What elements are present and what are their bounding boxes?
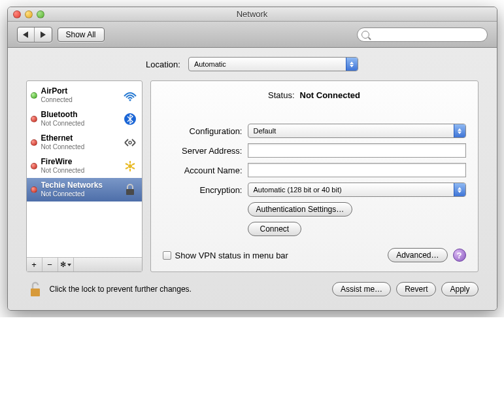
chevron-down-icon [67, 264, 71, 266]
svg-rect-13 [31, 289, 40, 296]
svg-point-4 [129, 141, 131, 144]
window-title: Network [8, 9, 497, 19]
server-address-label: Server Address: [163, 146, 248, 156]
show-all-button[interactable]: Show All [58, 27, 105, 42]
revert-button[interactable]: Revert [396, 282, 436, 296]
content: Location: Automatic AirPortConnected [8, 48, 497, 310]
main-panel: Status: Not Connected Configuration: Def… [150, 80, 479, 272]
status-value: Not Connected [300, 90, 360, 100]
show-vpn-checkbox[interactable] [163, 251, 171, 260]
connect-button[interactable]: Connect [248, 222, 302, 236]
encryption-value: Automatic (128 bit or 40 bit) [254, 186, 342, 194]
select-endcap-icon [454, 124, 465, 137]
lock-button[interactable] [26, 280, 44, 298]
bottom-bar: Click the lock to prevent further change… [26, 280, 479, 298]
advanced-button[interactable]: Advanced… [388, 248, 447, 262]
location-select[interactable]: Automatic [188, 57, 358, 71]
status-label: Status: [268, 90, 294, 100]
firewire-icon [122, 158, 138, 174]
search-field[interactable] [357, 27, 488, 42]
svg-marker-0 [23, 31, 28, 38]
interfaces-list: AirPortConnected BluetoothNot Connected [27, 81, 142, 257]
add-interface-button[interactable]: + [27, 258, 42, 271]
show-vpn-label: Show VPN status in menu bar [175, 251, 288, 260]
panel-footer: Show VPN status in menu bar Advanced… ? [163, 248, 466, 262]
action-menu-button[interactable]: ✻ [58, 258, 74, 271]
svg-line-8 [126, 164, 128, 165]
gear-icon: ✻ [60, 260, 66, 269]
interfaces-sidebar: AirPortConnected BluetoothNot Connected [26, 80, 143, 272]
account-name-label: Account Name: [163, 166, 248, 175]
svg-line-9 [132, 167, 135, 169]
location-value: Automatic [194, 60, 226, 68]
nav-segment [17, 27, 52, 43]
status-dot-icon [31, 186, 37, 193]
status-dot-icon [31, 92, 37, 99]
network-preferences-window: Network Show All Location: Automatic [7, 7, 497, 311]
interface-row-vpn[interactable]: Techie NetworksNot Connected [27, 178, 142, 201]
wifi-icon [122, 88, 138, 103]
server-address-field[interactable] [248, 143, 466, 158]
configuration-label: Configuration: [163, 126, 248, 136]
remove-interface-button[interactable]: − [42, 258, 58, 271]
svg-point-5 [128, 164, 132, 168]
titlebar: Network [8, 7, 497, 22]
location-label: Location: [146, 60, 180, 69]
lock-text: Click the lock to prevent further change… [50, 285, 192, 294]
svg-point-2 [129, 99, 131, 101]
forward-button[interactable] [35, 27, 52, 42]
ethernet-icon [122, 135, 138, 150]
status-dot-icon [31, 139, 37, 146]
apply-button[interactable]: Apply [441, 282, 478, 296]
toolbar: Show All [8, 22, 497, 48]
search-icon [361, 31, 369, 39]
encryption-label: Encryption: [163, 185, 248, 195]
svg-line-11 [132, 164, 135, 165]
auth-settings-button[interactable]: Authentication Settings… [248, 202, 353, 217]
back-button[interactable] [18, 27, 35, 42]
configuration-select[interactable]: Default [248, 124, 466, 138]
interface-row-ethernet[interactable]: EthernetNot Connected [27, 131, 142, 154]
status-dot-icon [31, 116, 37, 122]
sidebar-buttons: + − ✻ [27, 257, 142, 271]
svg-marker-1 [41, 31, 46, 38]
select-endcap-icon [454, 183, 465, 196]
svg-rect-12 [126, 189, 134, 195]
interface-row-airport[interactable]: AirPortConnected [27, 84, 142, 107]
lock-icon [122, 182, 138, 198]
interface-row-firewire[interactable]: FireWireNot Connected [27, 154, 142, 178]
status-dot-icon [31, 163, 37, 169]
svg-line-10 [126, 167, 128, 169]
account-name-field[interactable] [248, 163, 466, 177]
assist-me-button[interactable]: Assist me… [332, 282, 391, 296]
help-button[interactable]: ? [453, 249, 466, 262]
encryption-select[interactable]: Automatic (128 bit or 40 bit) [248, 183, 466, 197]
configuration-value: Default [254, 127, 277, 135]
interface-row-bluetooth[interactable]: BluetoothNot Connected [27, 107, 142, 131]
select-endcap-icon [346, 58, 358, 71]
bluetooth-icon [122, 111, 138, 127]
search-input[interactable] [372, 28, 483, 41]
location-row: Location: Automatic [26, 57, 479, 71]
